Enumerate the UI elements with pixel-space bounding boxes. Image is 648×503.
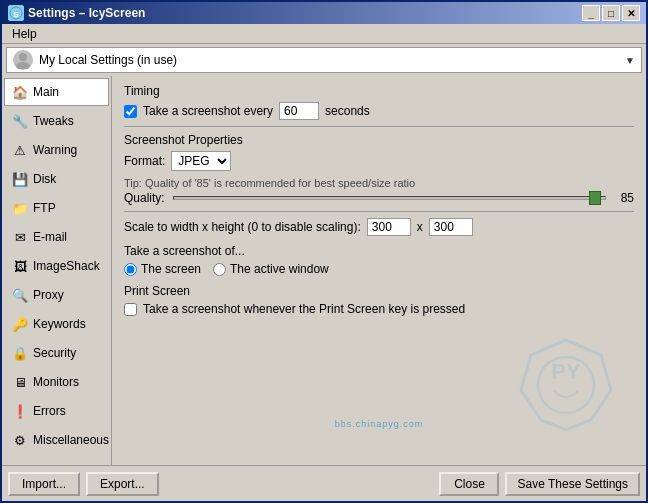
main-window: S Settings – IcyScreen _ □ ✕ Help My Loc… (0, 0, 648, 503)
sidebar-label-email: E-mail (33, 230, 67, 244)
radio-screen-label: The screen (141, 262, 201, 276)
print-screen-checkbox[interactable] (124, 303, 137, 316)
profile-bar-left: My Local Settings (in use) (13, 50, 177, 70)
sidebar-item-keywords[interactable]: 🔑 Keywords (4, 310, 109, 338)
take-screenshot-label: Take a screenshot every (143, 104, 273, 118)
print-screen-checkbox-label: Take a screenshot whenever the Print Scr… (143, 302, 465, 316)
imageshack-icon: 🖼 (11, 257, 29, 275)
scale-width-input[interactable] (367, 218, 411, 236)
proxy-icon: 🔍 (11, 286, 29, 304)
radio-window-option: The active window (213, 262, 329, 276)
keywords-icon: 🔑 (11, 315, 29, 333)
miscellaneous-icon: ⚙ (11, 431, 29, 449)
sidebar-item-tweaks[interactable]: 🔧 Tweaks (4, 107, 109, 135)
scale-row: Scale to width x height (0 to disable sc… (124, 218, 634, 236)
main-icon: 🏠 (11, 83, 29, 101)
sidebar-item-proxy[interactable]: 🔍 Proxy (4, 281, 109, 309)
profile-dropdown-arrow[interactable]: ▼ (625, 55, 635, 66)
sidebar-label-monitors: Monitors (33, 375, 79, 389)
tip-text: Tip: Quality of '85' is recommended for … (124, 177, 634, 189)
sidebar-item-main[interactable]: 🏠 Main (4, 78, 109, 106)
import-button[interactable]: Import... (8, 472, 80, 496)
print-screen-section: Print Screen Take a screenshot whenever … (124, 284, 634, 316)
scale-label: Scale to width x height (0 to disable sc… (124, 220, 361, 234)
take-screenshot-row: Take a screenshot every seconds (124, 102, 634, 120)
sidebar: 🏠 Main 🔧 Tweaks ⚠ Warning 💾 Disk 📁 FTP ✉ (2, 76, 112, 465)
security-icon: 🔒 (11, 344, 29, 362)
sidebar-label-warning: Warning (33, 143, 77, 157)
window-title: Settings – IcyScreen (28, 6, 145, 20)
radio-window-label: The active window (230, 262, 329, 276)
sidebar-label-main: Main (33, 85, 59, 99)
warning-icon: ⚠ (11, 141, 29, 159)
profile-bar[interactable]: My Local Settings (in use) ▼ (6, 47, 642, 73)
sidebar-item-errors[interactable]: ❗ Errors (4, 397, 109, 425)
email-icon: ✉ (11, 228, 29, 246)
quality-slider-track[interactable] (173, 196, 606, 200)
timing-section-title: Timing (124, 84, 634, 98)
app-icon: S (8, 5, 24, 21)
svg-text:S: S (13, 10, 19, 19)
quality-slider-thumb[interactable] (589, 191, 601, 205)
sidebar-label-imageshack: ImageShack (33, 259, 100, 273)
screenshot-of-label: Take a screenshot of... (124, 244, 634, 258)
sidebar-label-tweaks: Tweaks (33, 114, 74, 128)
format-row: Format: JPEG PNG BMP (124, 151, 634, 171)
errors-icon: ❗ (11, 402, 29, 420)
scale-x-label: x (417, 220, 423, 234)
ftp-icon: 📁 (11, 199, 29, 217)
divider-2 (124, 211, 634, 212)
tweaks-icon: 🔧 (11, 112, 29, 130)
title-bar-controls: _ □ ✕ (582, 5, 640, 21)
sidebar-item-monitors[interactable]: 🖥 Monitors (4, 368, 109, 396)
sidebar-item-email[interactable]: ✉ E-mail (4, 223, 109, 251)
quality-row: Quality: 85 (124, 191, 634, 205)
divider-1 (124, 126, 634, 127)
screenshot-interval-input[interactable] (279, 102, 319, 120)
help-menu[interactable]: Help (6, 26, 43, 42)
format-select[interactable]: JPEG PNG BMP (171, 151, 231, 171)
screenshot-of-radio-group: The screen The active window (124, 262, 634, 276)
disk-icon: 💾 (11, 170, 29, 188)
radio-screen[interactable] (124, 263, 137, 276)
svg-text:PY: PY (551, 359, 581, 384)
sidebar-item-miscellaneous[interactable]: ⚙ Miscellaneous (4, 426, 109, 454)
sidebar-label-proxy: Proxy (33, 288, 64, 302)
sidebar-item-imageshack[interactable]: 🖼 ImageShack (4, 252, 109, 280)
content-panel: Timing Take a screenshot every seconds S… (112, 76, 646, 465)
sidebar-item-warning[interactable]: ⚠ Warning (4, 136, 109, 164)
close-button[interactable]: ✕ (622, 5, 640, 21)
radio-window[interactable] (213, 263, 226, 276)
screenshot-props-title: Screenshot Properties (124, 133, 634, 147)
quality-label: Quality: (124, 191, 165, 205)
sidebar-item-security[interactable]: 🔒 Security (4, 339, 109, 367)
main-content: 🏠 Main 🔧 Tweaks ⚠ Warning 💾 Disk 📁 FTP ✉ (2, 76, 646, 465)
save-button[interactable]: Save These Settings (505, 472, 640, 496)
maximize-button[interactable]: □ (602, 5, 620, 21)
seconds-label: seconds (325, 104, 370, 118)
sidebar-item-disk[interactable]: 💾 Disk (4, 165, 109, 193)
quality-value: 85 (614, 191, 634, 205)
take-screenshot-checkbox[interactable] (124, 105, 137, 118)
export-button[interactable]: Export... (86, 472, 159, 496)
bottom-bar: Import... Export... Close Save These Set… (2, 465, 646, 501)
minimize-button[interactable]: _ (582, 5, 600, 21)
bottom-left-buttons: Import... Export... (8, 472, 159, 496)
scale-height-input[interactable] (429, 218, 473, 236)
watermark-url: bbs.chinapyg.com (112, 419, 646, 429)
profile-icon (13, 50, 33, 70)
menu-bar: Help (2, 24, 646, 44)
sidebar-label-disk: Disk (33, 172, 56, 186)
sidebar-label-ftp: FTP (33, 201, 56, 215)
profile-text: My Local Settings (in use) (39, 53, 177, 67)
title-bar: S Settings – IcyScreen _ □ ✕ (2, 2, 646, 24)
sidebar-label-keywords: Keywords (33, 317, 86, 331)
sidebar-label-miscellaneous: Miscellaneous (33, 433, 109, 447)
sidebar-item-ftp[interactable]: 📁 FTP (4, 194, 109, 222)
close-button-bottom[interactable]: Close (439, 472, 499, 496)
sidebar-label-errors: Errors (33, 404, 66, 418)
print-screen-title: Print Screen (124, 284, 634, 298)
svg-point-2 (19, 53, 27, 61)
format-label: Format: (124, 154, 165, 168)
title-bar-left: S Settings – IcyScreen (8, 5, 145, 21)
